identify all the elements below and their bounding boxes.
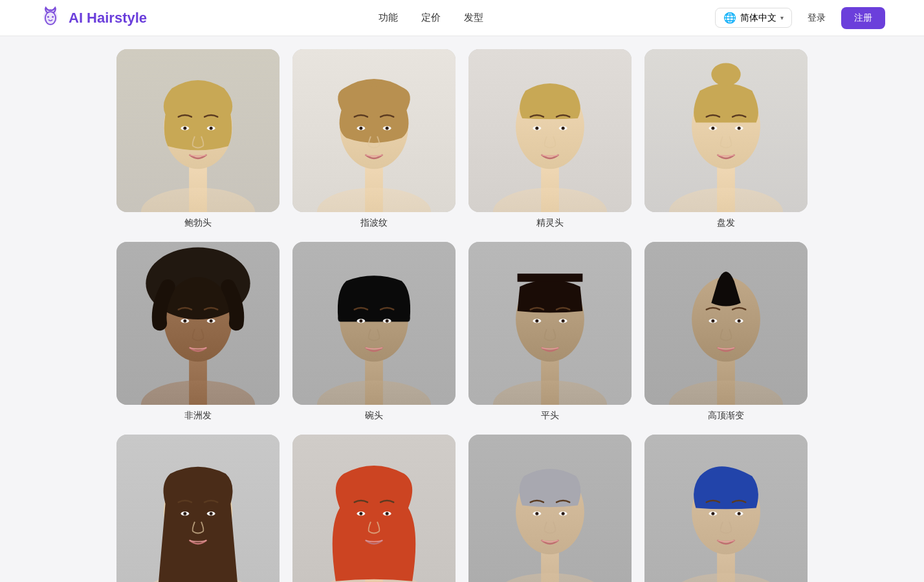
- svg-point-32: [711, 63, 740, 85]
- svg-point-71: [738, 319, 741, 323]
- svg-point-77: [183, 512, 186, 515]
- svg-rect-50: [338, 315, 410, 321]
- globe-icon: 🌐: [723, 12, 736, 24]
- svg-point-9: [183, 127, 186, 130]
- photo-card-updo: [644, 49, 808, 212]
- svg-point-95: [562, 512, 565, 515]
- caption-flat-top: 平头: [541, 410, 559, 422]
- caption-updo: 盘发: [717, 217, 735, 229]
- photo-card-bowl: [292, 242, 456, 405]
- svg-point-11: [210, 127, 213, 130]
- login-button[interactable]: 登录: [800, 8, 833, 28]
- svg-point-87: [386, 512, 389, 515]
- caption-high-fade: 高顶渐变: [708, 410, 744, 422]
- gallery-item-curly-red[interactable]: 卷发: [292, 435, 456, 582]
- photo-card-curly-red: [292, 435, 456, 582]
- svg-point-85: [359, 512, 362, 515]
- photo-card-straight-long: [116, 435, 280, 582]
- language-label: 简体中文: [740, 12, 776, 24]
- photo-card-afro: [116, 242, 280, 405]
- photo-grid: 鲍勃头: [116, 49, 808, 582]
- svg-point-101: [711, 512, 714, 515]
- caption-bob: 鲍勃头: [184, 217, 212, 229]
- nav-right: 🌐 简体中文 ▾ 登录 注册: [715, 7, 885, 29]
- caption-afro: 非洲发: [184, 410, 212, 422]
- gallery-item-straight-long[interactable]: 直发: [116, 435, 280, 582]
- svg-point-25: [535, 127, 538, 130]
- register-button[interactable]: 注册: [841, 7, 885, 29]
- svg-point-52: [359, 319, 362, 323]
- logo-icon: [39, 6, 62, 30]
- svg-point-27: [562, 127, 565, 130]
- gallery-item-afro[interactable]: 非洲发: [116, 242, 280, 422]
- gallery-item-bowl[interactable]: 碗头: [292, 242, 456, 422]
- svg-point-103: [738, 512, 741, 515]
- svg-point-69: [711, 319, 714, 323]
- gallery-item-blue[interactable]: 蓝发: [644, 435, 808, 582]
- svg-point-34: [711, 127, 714, 130]
- photo-card-blue: [644, 435, 808, 582]
- gallery-item-high-fade[interactable]: 高顶渐变: [644, 242, 808, 422]
- nav-hairstyle[interactable]: 发型: [464, 12, 483, 24]
- gallery: 鲍勃头: [0, 36, 924, 582]
- svg-point-93: [535, 512, 538, 515]
- logo-text: AI Hairstyle: [69, 10, 147, 27]
- photo-card-high-fade: [644, 242, 808, 405]
- svg-point-2: [47, 16, 49, 17]
- chevron-down-icon: ▾: [780, 14, 784, 21]
- svg-point-54: [386, 319, 389, 323]
- caption-pixie: 精灵头: [536, 217, 564, 229]
- navbar: AI Hairstyle 功能 定价 发型 🌐 简体中文 ▾ 登录 注册: [0, 0, 924, 36]
- svg-point-45: [210, 319, 213, 323]
- nav-pricing[interactable]: 定价: [421, 12, 441, 24]
- svg-point-19: [386, 127, 389, 130]
- photo-card-pixie: [468, 49, 632, 212]
- nav-links: 功能 定价 发型: [379, 12, 483, 24]
- svg-point-63: [562, 319, 565, 323]
- gallery-item-pixie[interactable]: 精灵头: [468, 49, 632, 229]
- photo-card-silver: [468, 435, 632, 582]
- language-selector[interactable]: 🌐 简体中文 ▾: [715, 8, 792, 28]
- svg-point-36: [738, 127, 741, 130]
- svg-point-61: [535, 319, 538, 323]
- gallery-item-updo[interactable]: 盘发: [644, 49, 808, 229]
- svg-point-79: [210, 512, 213, 515]
- svg-point-17: [359, 127, 362, 130]
- svg-point-3: [52, 16, 54, 17]
- gallery-item-bob[interactable]: 鲍勃头: [116, 49, 280, 229]
- caption-finger-wave: 指波纹: [360, 217, 388, 229]
- photo-card-flat-top: [468, 242, 632, 405]
- logo[interactable]: AI Hairstyle: [39, 6, 147, 30]
- gallery-item-silver[interactable]: 银发: [468, 435, 632, 582]
- gallery-item-finger-wave[interactable]: 指波纹: [292, 49, 456, 229]
- svg-rect-59: [518, 274, 583, 282]
- gallery-item-flat-top[interactable]: 平头: [468, 242, 632, 422]
- photo-card-bob: [116, 49, 280, 212]
- nav-feature[interactable]: 功能: [379, 12, 398, 24]
- caption-bowl: 碗头: [365, 410, 383, 422]
- svg-point-43: [183, 319, 186, 323]
- photo-card-finger-wave: [292, 49, 456, 212]
